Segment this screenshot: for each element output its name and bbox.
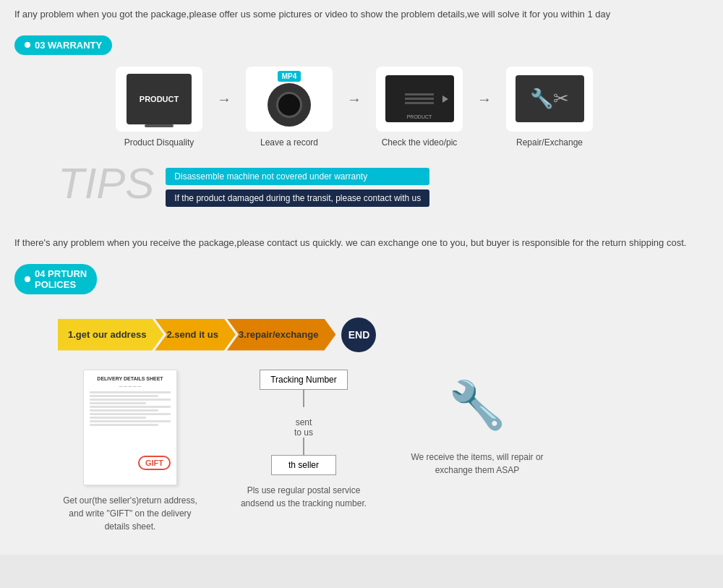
video-line bbox=[405, 98, 434, 100]
video-play-icon bbox=[442, 95, 448, 103]
arrow-3: → bbox=[477, 91, 492, 108]
product-display-icon: PRODUCT bbox=[127, 74, 192, 124]
flow-steps: 1.get our address 2.send it us 3.repair/… bbox=[58, 318, 694, 352]
sheet-line bbox=[90, 402, 146, 404]
repair-icon: 🔧✂ bbox=[515, 75, 584, 122]
return-item-3: 🔧 We receive the items, will repair or e… bbox=[405, 370, 549, 477]
return-content: DELIVERY DETAILS SHEET — — — — — GIFT Ge… bbox=[58, 370, 694, 533]
warranty-step-4: 🔧✂ Repair/Exchange bbox=[499, 67, 600, 148]
flow-arrow-1: 1.get our address bbox=[58, 319, 163, 351]
return-item-1: DELIVERY DETAILS SHEET — — — — — GIFT Ge… bbox=[58, 370, 202, 533]
tip-2: If the product damaged during the transi… bbox=[166, 189, 429, 207]
step-icon-product: PRODUCT bbox=[116, 67, 202, 132]
sheet-line bbox=[90, 406, 171, 408]
step-label-4: Repair/Exchange bbox=[516, 137, 583, 148]
flow-end: END bbox=[341, 318, 376, 352]
badge-dot-return bbox=[25, 276, 30, 282]
arrow-2: → bbox=[347, 91, 362, 108]
video-line bbox=[405, 102, 434, 104]
flow-step-3: 3.repair/exchange bbox=[236, 319, 336, 351]
tips-title: TIPS bbox=[58, 162, 154, 205]
arrow-1: → bbox=[217, 91, 231, 108]
step-label-3: Check the video/pic bbox=[382, 137, 458, 148]
flow-arrow-3: 3.repair/exchange bbox=[227, 319, 336, 351]
warranty-section: If any problem when you got the package,… bbox=[0, 0, 723, 229]
video-icon: PRODUCT bbox=[385, 75, 454, 122]
warranty-badge: 03 WARRANTY bbox=[14, 35, 112, 55]
return-label-1: Get our(the seller's)return address, and… bbox=[58, 494, 202, 533]
return-item-2: Tracking Number sent to us th seller Pls… bbox=[231, 370, 376, 510]
track-line-1 bbox=[303, 390, 304, 407]
tips-area: TIPS Disassemble machine not covered und… bbox=[58, 162, 694, 207]
sheet-line bbox=[90, 424, 158, 426]
tracking-box-1: Tracking Number bbox=[260, 370, 348, 390]
mp4-badge: MP4 bbox=[278, 71, 301, 82]
return-intro: If there's any problem when you receive … bbox=[14, 236, 694, 251]
mp4-container: MP4 bbox=[268, 71, 311, 127]
sheet-line bbox=[90, 413, 171, 415]
camera-icon bbox=[268, 83, 311, 127]
warranty-step-2: MP4 Leave a record bbox=[239, 67, 340, 148]
sheet-line bbox=[90, 409, 158, 412]
step-icon-mp4: MP4 bbox=[246, 67, 333, 132]
warranty-step-3: PRODUCT Check the video/pic bbox=[369, 67, 470, 148]
camera-lens bbox=[276, 92, 302, 118]
sheet-line bbox=[90, 391, 171, 393]
step-icon-repair: 🔧✂ bbox=[506, 67, 593, 132]
return-section: If there's any problem when you receive … bbox=[0, 229, 723, 555]
delivery-sheet: DELIVERY DETAILS SHEET — — — — — GIFT bbox=[83, 370, 177, 485]
tip-1: Disassemble machine not covered under wa… bbox=[166, 168, 429, 185]
step-label-2: Leave a record bbox=[260, 137, 318, 148]
sheet-line bbox=[90, 417, 146, 419]
tips-boxes: Disassemble machine not covered under wa… bbox=[166, 168, 429, 207]
flow-step-2: 2.send it us bbox=[163, 319, 236, 351]
sheet-line bbox=[90, 420, 171, 422]
wrench-icon: 🔧✂ bbox=[530, 88, 569, 110]
video-label: PRODUCT bbox=[407, 114, 432, 119]
track-sent-text: sent to us bbox=[294, 407, 313, 438]
track-line-2 bbox=[303, 438, 304, 455]
sheet-line bbox=[90, 399, 171, 401]
warranty-steps: PRODUCT Product Disquality → MP4 Leave a… bbox=[14, 67, 694, 148]
step-icon-video: PRODUCT bbox=[376, 67, 463, 132]
sheet-subtitle: — — — — — bbox=[90, 384, 171, 388]
sheet-lines bbox=[90, 391, 171, 426]
warranty-intro: If any problem when you got the package,… bbox=[14, 7, 694, 22]
badge-dot bbox=[25, 42, 30, 48]
warranty-step-1: PRODUCT Product Disquality bbox=[108, 67, 210, 148]
flow-arrow-2: 2.send it us bbox=[155, 319, 236, 351]
tools-icon: 🔧 bbox=[441, 370, 513, 442]
tracking-diagram: Tracking Number sent to us th seller bbox=[260, 370, 348, 475]
gift-badge: GIFT bbox=[138, 456, 171, 470]
flow-step-1: 1.get our address bbox=[58, 319, 163, 351]
video-line bbox=[405, 93, 434, 95]
sheet-title: DELIVERY DETAILS SHEET bbox=[90, 376, 171, 381]
return-label-2: Pls use regular postal service andsend u… bbox=[231, 484, 376, 510]
tracking-box-2: th seller bbox=[271, 455, 336, 475]
sheet-line bbox=[90, 395, 158, 397]
video-lines bbox=[405, 93, 434, 104]
return-label-3: We receive the items, will repair or exc… bbox=[405, 451, 549, 477]
return-badge: 04 PRTURN POLICES bbox=[14, 264, 97, 294]
step-label-1: Product Disquality bbox=[124, 137, 194, 148]
